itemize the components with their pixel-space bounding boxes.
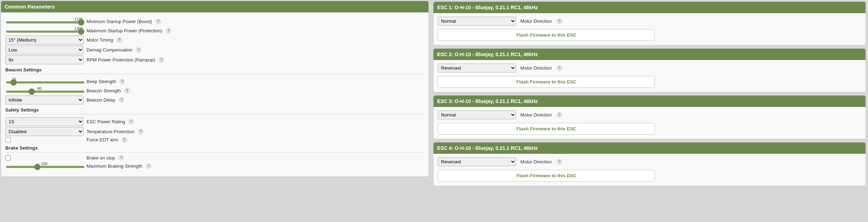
beacon-strength-slider[interactable] — [6, 91, 84, 93]
help-icon[interactable]: ? — [159, 57, 164, 63]
flash-firmware-button[interactable]: Flash Firmware to this ESC — [438, 170, 655, 182]
beacon-strength-label: Beacon Strength — [86, 88, 121, 93]
help-icon[interactable]: ? — [119, 155, 124, 161]
max-startup-label: Maximum Startup Power (Protection) — [86, 28, 162, 33]
esc-panel-4: ESC 4: O-H-10 - Bluejay, 0.21.1 RC1, 48k… — [433, 142, 866, 186]
help-icon[interactable]: ? — [557, 159, 562, 164]
help-icon[interactable]: ? — [136, 47, 141, 53]
min-startup-slider[interactable] — [6, 21, 84, 23]
brake-section-title: Brake Settings — [5, 145, 424, 151]
help-icon[interactable]: ? — [122, 137, 127, 142]
power-rating-select[interactable]: 1S — [5, 117, 84, 126]
esc-panel-1: ESC 1: O-H-10 - Bluejay, 0.21.1 RC1, 48k… — [433, 1, 866, 45]
max-startup-slider[interactable] — [6, 31, 84, 33]
max-brake-slider[interactable] — [6, 166, 84, 168]
force-edt-label: Force EDT arm — [86, 137, 118, 142]
temp-prot-label: Temperature Protection — [86, 129, 135, 134]
motor-direction-label: Motor Direction — [520, 18, 552, 24]
help-icon[interactable]: ? — [557, 18, 562, 24]
motor-timing-label: Motor Timing — [86, 37, 113, 43]
demag-select[interactable]: Low — [5, 45, 84, 54]
rpm-rampup-label: RPM Power Protection (Rampup) — [86, 57, 155, 63]
beep-strength-label: Beep Strength — [86, 79, 116, 84]
beacon-section-title: Beacon Settings — [5, 67, 424, 72]
esc-title: ESC 2: O-H-10 - Bluejay, 0.21.1 RC1, 48k… — [433, 49, 866, 60]
help-icon[interactable]: ? — [120, 79, 125, 84]
divider — [5, 74, 424, 74]
help-icon[interactable]: ? — [117, 37, 122, 43]
common-parameters-title: Common Parameters — [1, 1, 428, 12]
safety-section-title: Safety Settings — [5, 107, 424, 113]
brake-on-stop-label: Brake on stop — [86, 155, 115, 161]
motor-direction-label: Motor Direction — [520, 112, 552, 118]
help-icon[interactable]: ? — [557, 112, 562, 118]
flash-firmware-button[interactable]: Flash Firmware to this ESC — [438, 29, 655, 41]
temp-prot-select[interactable]: Disabled — [5, 127, 84, 136]
beep-strength-slider[interactable] — [6, 81, 84, 83]
force-edt-checkbox[interactable] — [5, 137, 11, 142]
power-rating-label: ESC Power Rating — [86, 119, 125, 124]
beacon-delay-label: Beacon Delay — [86, 97, 115, 103]
flash-firmware-button[interactable]: Flash Firmware to this ESC — [438, 76, 655, 88]
motor-timing-select[interactable]: 15° (Medium) — [5, 36, 84, 44]
help-icon[interactable]: ? — [128, 119, 134, 124]
help-icon[interactable]: ? — [119, 97, 124, 103]
help-icon[interactable]: ? — [557, 65, 562, 71]
esc-title: ESC 1: O-H-10 - Bluejay, 0.21.1 RC1, 48k… — [433, 2, 866, 13]
motor-direction-select[interactable]: Normal — [438, 17, 516, 26]
demag-label: Demag Compensation — [86, 47, 132, 53]
common-parameters-panel: Common Parameters 1125 Minimum Startup P… — [1, 1, 429, 177]
help-icon[interactable]: ? — [156, 19, 161, 24]
divider — [5, 152, 424, 152]
motor-direction-select[interactable]: Reversed — [438, 64, 516, 72]
esc-panel-3: ESC 3: O-H-10 - Bluejay, 0.21.1 RC1, 48k… — [433, 95, 866, 139]
brake-on-stop-checkbox[interactable] — [5, 155, 11, 161]
help-icon[interactable]: ? — [166, 28, 171, 33]
esc-title: ESC 4: O-H-10 - Bluejay, 0.21.1 RC1, 48k… — [433, 142, 866, 154]
max-brake-label: Maximum Braking Strength — [86, 163, 142, 169]
beacon-delay-select[interactable]: Infinite — [5, 96, 84, 104]
help-icon[interactable]: ? — [146, 163, 151, 169]
help-icon[interactable]: ? — [125, 88, 130, 93]
help-icon[interactable]: ? — [138, 129, 143, 134]
rpm-rampup-select[interactable]: 9x — [5, 55, 84, 64]
esc-panel-2: ESC 2: O-H-10 - Bluejay, 0.21.1 RC1, 48k… — [433, 48, 866, 92]
motor-direction-label: Motor Direction — [520, 65, 552, 71]
motor-direction-select[interactable]: Normal — [438, 110, 516, 119]
motor-direction-label: Motor Direction — [520, 159, 552, 164]
divider — [5, 114, 424, 114]
flash-firmware-button[interactable]: Flash Firmware to this ESC — [438, 123, 655, 135]
min-startup-label: Minimum Startup Power (Boost) — [86, 19, 152, 24]
esc-title: ESC 3: O-H-10 - Bluejay, 0.21.1 RC1, 48k… — [433, 96, 866, 107]
motor-direction-select[interactable]: Reversed — [438, 157, 516, 166]
